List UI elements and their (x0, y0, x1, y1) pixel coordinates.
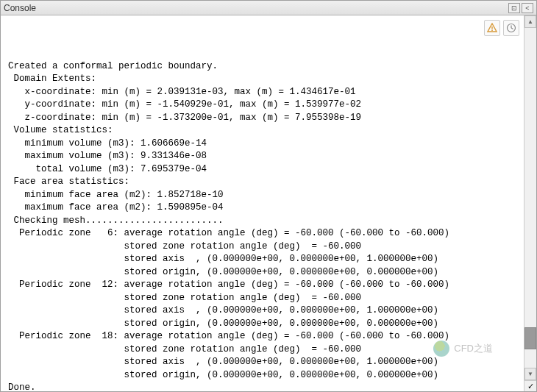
console-panel: Console ⊡ < (0, 0, 537, 392)
clock-icon (506, 23, 516, 33)
titlebar-title: Console (4, 3, 508, 13)
warning-button[interactable] (484, 20, 500, 36)
scroll-track[interactable] (524, 28, 536, 368)
content-wrap: Created a conformal periodic boundary. D… (1, 15, 536, 391)
console-output[interactable]: Created a conformal periodic boundary. D… (1, 15, 524, 391)
svg-line-4 (511, 28, 513, 29)
watermark-logo (433, 341, 449, 357)
svg-point-1 (491, 29, 493, 31)
scroll-down-arrow[interactable]: ▼ (524, 368, 536, 380)
collapse-button[interactable]: < (522, 3, 533, 13)
scroll-up-arrow[interactable]: ▲ (524, 15, 536, 28)
console-toolbar (484, 20, 519, 36)
warning-icon (487, 23, 497, 33)
titlebar: Console ⊡ < (1, 1, 536, 15)
vertical-scrollbar[interactable]: ▲ ▼ ✓ (524, 15, 536, 391)
clock-button[interactable] (503, 20, 519, 36)
scroll-autoscroll-check[interactable]: ✓ (524, 380, 536, 391)
pin-button[interactable]: ⊡ (508, 3, 520, 13)
scroll-thumb[interactable] (524, 327, 536, 349)
watermark-text: CFD之道 (454, 342, 493, 355)
titlebar-controls: ⊡ < (508, 3, 533, 13)
watermark: CFD之道 (433, 341, 493, 357)
